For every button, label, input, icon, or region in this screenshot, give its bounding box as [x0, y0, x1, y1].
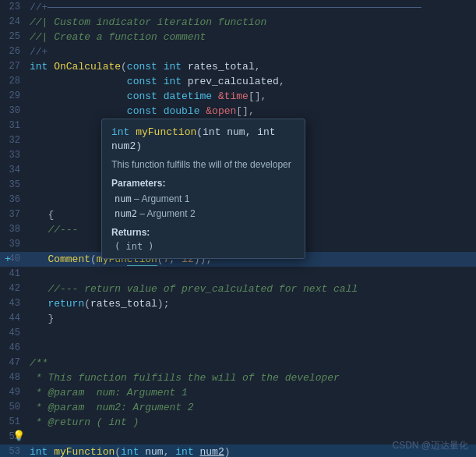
gutter-plus-icon: + [0, 252, 16, 267]
line-num-38: 38 [0, 222, 26, 237]
tooltip-param-2-name: num2 [115, 208, 137, 219]
line-num-48: 48 [0, 370, 26, 385]
line-49: 49 * @param num: Argument 1 [0, 385, 476, 400]
tooltip-function-name: myFunction [136, 126, 196, 138]
line-content-30: const double &open[], [26, 104, 476, 119]
code-editor: 23 //+ 24 //| Custom indicator iteration… [0, 0, 476, 457]
tooltip-param-1-desc: – Argument 1 [134, 193, 189, 204]
line-content-50: * @param num2: Argument 2 [26, 400, 476, 415]
tooltip-paren-close: ) [136, 140, 142, 152]
line-content-29: const datetime &time[], [26, 89, 476, 104]
line-num-32: 32 [0, 133, 26, 148]
line-num-43: 43 [0, 296, 26, 311]
line-num-45: 45 [0, 326, 26, 341]
line-25: 25 //| Create a function comment [0, 30, 476, 44]
line-51: 51 * @return ( int ) [0, 415, 476, 430]
line-num-30: 30 [0, 104, 26, 119]
line-num-39: 39 [0, 237, 26, 252]
tooltip-returns-value: ( int ) [111, 241, 295, 252]
line-43: 43 return(rates_total); [0, 296, 476, 311]
tooltip-param-1-name: num [115, 193, 132, 204]
line-num-36: 36 [0, 193, 26, 207]
line-num-28: 28 [0, 74, 26, 89]
line-num-27: 27 [0, 59, 26, 74]
line-27: 27 int OnCalculate(const int rates_total… [0, 59, 476, 74]
line-num-24: 24 [0, 15, 26, 30]
line-num-44: 44 [0, 311, 26, 326]
line-num-50: 50 [0, 400, 26, 415]
tooltip-paren-open: ( [196, 126, 203, 138]
line-42: 42 //--- return value of prev_calculated… [0, 282, 476, 296]
line-content-48: * This function fulfills the will of the… [26, 370, 476, 385]
tooltip-returns-title: Returns: [111, 227, 295, 238]
line-content-28: const int prev_calculated, [26, 74, 476, 89]
tooltip-signature: int myFunction(int num, int num2) [111, 126, 295, 154]
line-50: 50 * @param num2: Argument 2 [0, 400, 476, 415]
line-num-47: 47 [0, 356, 26, 370]
line-28: 28 const int prev_calculated, [0, 74, 476, 89]
line-num-53: 53 [0, 445, 26, 457]
hover-tooltip: int myFunction(int num, int num2) This f… [101, 119, 305, 259]
line-num-42: 42 [0, 282, 26, 296]
line-num-29: 29 [0, 89, 26, 104]
line-content-23: //+ [26, 0, 476, 15]
line-content-26: //+ [26, 44, 476, 59]
line-content-51: * @return ( int ) [26, 415, 476, 430]
tooltip-returns-section: Returns: ( int ) [111, 227, 295, 252]
line-num-37: 37 [0, 207, 26, 222]
line-26: 26 //+ [0, 44, 476, 59]
line-num-41: 41 [0, 267, 26, 282]
line-content-49: * @param num: Argument 1 [26, 385, 476, 400]
line-num-25: 25 [0, 30, 26, 44]
line-29: 29 const datetime &time[], [0, 89, 476, 104]
line-content-24: //| Custom indicator iteration function [26, 15, 476, 30]
line-num-23: 23 [0, 0, 26, 15]
line-46: 46 [0, 341, 476, 356]
tooltip-params-title: Parameters: [111, 178, 295, 189]
line-41: 41 [0, 267, 476, 282]
line-content-47: /** [26, 356, 476, 370]
line-content-44: } [26, 311, 476, 326]
line-48: 48 * This function fulfills the will of … [0, 370, 476, 385]
tooltip-description: This function fulfills the will of the d… [111, 158, 295, 172]
line-44: 44 } [0, 311, 476, 326]
line-num-26: 26 [0, 44, 26, 59]
line-24: 24 //| Custom indicator iteration functi… [0, 15, 476, 30]
lightbulb-icon: 💡 [12, 430, 25, 442]
tooltip-param-2: num2 – Argument 2 [111, 207, 295, 221]
line-num-34: 34 [0, 163, 26, 178]
line-content-27: int OnCalculate(const int rates_total, [26, 59, 476, 74]
line-num-46: 46 [0, 341, 26, 356]
line-content-43: return(rates_total); [26, 296, 476, 311]
line-num-51: 51 [0, 415, 26, 430]
line-num-49: 49 [0, 385, 26, 400]
line-30: 30 const double &open[], [0, 104, 476, 119]
line-content-42: //--- return value of prev_calculated fo… [26, 282, 476, 296]
line-num-33: 33 [0, 148, 26, 163]
tooltip-return-type: int [111, 126, 129, 138]
watermark: CSDN @迈达量化 [392, 439, 468, 452]
line-content-25: //| Create a function comment [26, 30, 476, 44]
line-23: 23 //+ [0, 0, 476, 15]
tooltip-param-2-desc: – Argument 2 [139, 208, 195, 219]
line-num-35: 35 [0, 178, 26, 193]
line-num-31: 31 [0, 119, 26, 133]
line-45: 45 [0, 326, 476, 341]
line-47: 47 /** [0, 356, 476, 370]
tooltip-param-1: num – Argument 1 [111, 192, 295, 207]
